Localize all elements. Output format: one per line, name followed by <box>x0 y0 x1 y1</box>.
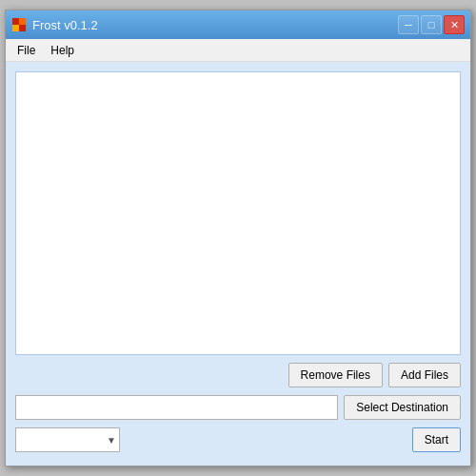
dropdown-wrapper: Option 1 Option 2 ▼ <box>15 427 120 452</box>
minimize-button[interactable]: ─ <box>398 15 419 34</box>
menu-help[interactable]: Help <box>43 41 82 60</box>
file-buttons-row: Remove Files Add Files <box>15 363 461 387</box>
title-bar-left: Frost v0.1.2 <box>11 17 98 32</box>
select-destination-button[interactable]: Select Destination <box>344 395 461 420</box>
svg-rect-3 <box>19 25 26 31</box>
mode-dropdown[interactable]: Option 1 Option 2 <box>15 427 120 452</box>
file-list-area <box>15 71 461 355</box>
window-controls: ─ □ ✕ <box>398 15 465 34</box>
svg-rect-2 <box>12 25 19 31</box>
bottom-row: Option 1 Option 2 ▼ Start <box>15 427 461 456</box>
title-bar: Frost v0.1.2 ─ □ ✕ <box>6 10 470 39</box>
destination-row: Select Destination <box>15 395 461 420</box>
window-title: Frost v0.1.2 <box>32 18 98 32</box>
main-content: Remove Files Add Files Select Destinatio… <box>6 62 470 466</box>
destination-input[interactable] <box>15 395 338 420</box>
menu-file[interactable]: File <box>10 41 43 60</box>
start-button[interactable]: Start <box>412 427 461 452</box>
menu-bar: File Help <box>6 39 470 62</box>
add-files-button[interactable]: Add Files <box>388 363 461 387</box>
maximize-button[interactable]: □ <box>421 15 442 34</box>
svg-rect-1 <box>19 18 26 25</box>
close-button[interactable]: ✕ <box>444 15 465 34</box>
app-window: Frost v0.1.2 ─ □ ✕ File Help Remove File… <box>5 10 471 466</box>
svg-rect-0 <box>12 18 19 25</box>
remove-files-button[interactable]: Remove Files <box>288 363 383 387</box>
app-icon <box>11 17 27 32</box>
